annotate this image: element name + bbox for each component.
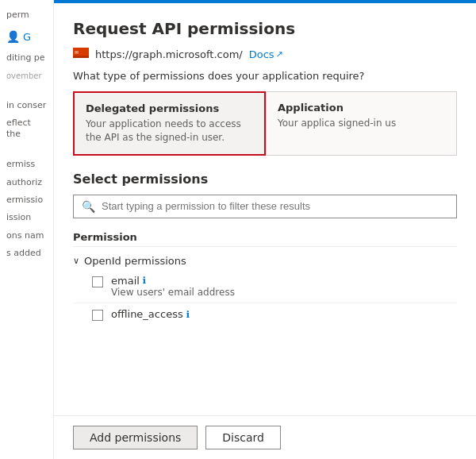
application-desc: Your applica signed-in us — [278, 117, 445, 130]
delegated-permissions-card[interactable]: Delegated permissions Your application n… — [73, 91, 266, 156]
sidebar-text-11: s added — [0, 245, 53, 262]
api-icon: ✉ — [73, 48, 89, 60]
discard-button[interactable]: Discard — [205, 426, 281, 449]
offline-access-row: offline_access ℹ — [73, 303, 457, 326]
offline-info-icon[interactable]: ℹ — [186, 309, 190, 320]
email-info: email ℹ View users' email address — [111, 275, 235, 298]
sidebar: perm 👤 G diting pe ovember in conser efl… — [0, 0, 54, 459]
sidebar-text-9: ission — [0, 209, 53, 226]
external-link-icon: ↗ — [276, 49, 283, 60]
application-permissions-card[interactable]: Application Your applica signed-in us — [266, 91, 457, 156]
search-icon: 🔍 — [82, 200, 95, 213]
api-url-text: https://graph.microsoft.com/ — [95, 48, 243, 60]
table-header-permission: Permission — [73, 228, 457, 247]
sidebar-text-8: ermissio — [0, 191, 53, 209]
openid-group-label: OpenId permissions — [84, 255, 186, 267]
panel-title: Request API permissions — [73, 19, 457, 38]
sidebar-text-2: diting pe — [0, 49, 53, 67]
sidebar-text-10: ons nam — [0, 227, 53, 245]
email-checkbox[interactable] — [92, 276, 103, 287]
perm-type-cards: Delegated permissions Your application n… — [73, 91, 457, 156]
sidebar-text-4: in conser — [0, 97, 53, 114]
email-desc: View users' email address — [111, 287, 235, 298]
sidebar-text-3: ovember — [0, 68, 53, 84]
sidebar-g-label: G — [23, 31, 31, 43]
panel-footer: Add permissions Discard — [54, 415, 476, 459]
sidebar-text-7: authoriz — [0, 174, 53, 191]
email-info-icon[interactable]: ℹ — [143, 275, 147, 286]
permissions-question: What type of permissions does your appli… — [73, 70, 457, 82]
openid-group-row[interactable]: ∨ OpenId permissions — [73, 252, 457, 270]
sidebar-text-1: perm — [0, 6, 53, 24]
application-title: Application — [278, 102, 445, 114]
permissions-search-box[interactable]: 🔍 — [73, 195, 457, 218]
chevron-down-icon: ∨ — [73, 256, 79, 266]
add-permissions-button[interactable]: Add permissions — [73, 426, 198, 449]
sidebar-text-5: eflect the — [0, 114, 53, 144]
svg-text:✉: ✉ — [75, 50, 79, 55]
delegated-desc: Your application needs to access the API… — [86, 118, 253, 145]
email-name: email ℹ — [111, 275, 235, 287]
delegated-title: Delegated permissions — [86, 102, 253, 114]
panel-content: Request API permissions ✉ https://graph.… — [54, 3, 476, 415]
sidebar-icon-row[interactable]: 👤 G — [0, 24, 53, 49]
person-icon: 👤 — [6, 30, 20, 43]
api-url-row: ✉ https://graph.microsoft.com/ Docs ↗ — [73, 48, 457, 60]
main-panel: Request API permissions ✉ https://graph.… — [54, 0, 476, 459]
docs-link[interactable]: Docs ↗ — [249, 48, 283, 60]
sidebar-text-6: ermiss — [0, 156, 53, 173]
svg-rect-1 — [73, 56, 89, 58]
select-permissions-title: Select permissions — [73, 172, 457, 187]
offline-checkbox[interactable] — [92, 310, 103, 321]
openid-section: ∨ OpenId permissions email ℹ View users'… — [73, 252, 457, 326]
offline-name: offline_access ℹ — [111, 308, 190, 320]
permissions-search-input[interactable] — [102, 200, 448, 212]
email-permission-row: email ℹ View users' email address — [73, 270, 457, 303]
